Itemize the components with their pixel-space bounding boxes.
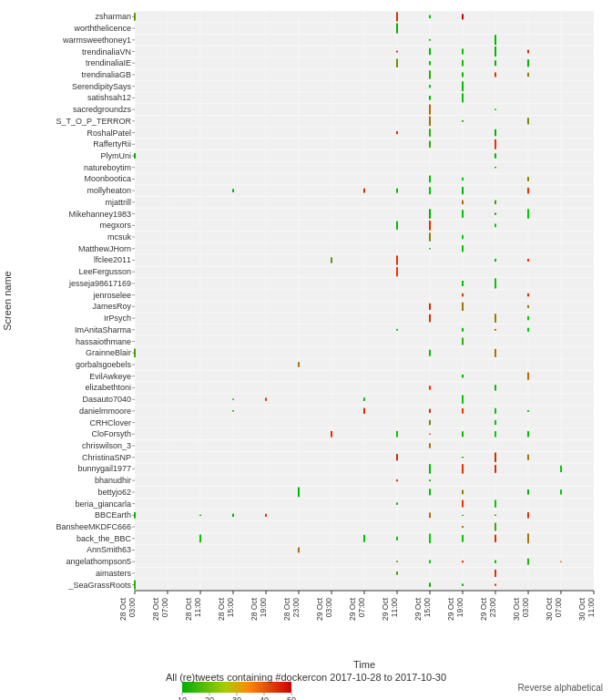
chart-canvas <box>0 0 612 700</box>
chart-subtitle: Reverse alphabetical <box>0 683 612 693</box>
chart-title: All (re)tweets containing #dockercon 201… <box>0 672 612 683</box>
chart-container: All (re)tweets containing #dockercon 201… <box>0 0 612 700</box>
